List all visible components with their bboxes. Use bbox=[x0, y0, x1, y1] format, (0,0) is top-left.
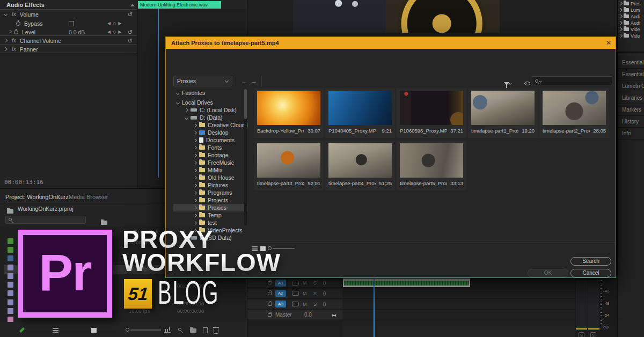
mic-icon[interactable] bbox=[323, 281, 326, 285]
tree-item-footage[interactable]: Footage bbox=[173, 151, 247, 159]
clip-label-color[interactable] bbox=[8, 238, 13, 244]
prev-keyframe-icon[interactable]: ◀ bbox=[107, 30, 111, 34]
tree-item-documents[interactable]: Documents bbox=[173, 136, 247, 144]
tree-item-c-drive[interactable]: C: (Local Disk) bbox=[173, 106, 247, 114]
project-writable-icon[interactable] bbox=[19, 327, 25, 333]
clip-label-color[interactable] bbox=[8, 265, 13, 270]
panel-menu-icon[interactable]: ≡ bbox=[56, 194, 59, 200]
reset-effect-icon[interactable]: ↺ bbox=[128, 38, 133, 43]
mic-icon[interactable] bbox=[323, 302, 326, 306]
tree-item-pictures[interactable]: Pictures bbox=[173, 181, 247, 189]
clip-label-color[interactable] bbox=[8, 317, 13, 322]
master-level-value[interactable]: 0.0 bbox=[304, 312, 312, 318]
new-item-icon[interactable] bbox=[203, 327, 208, 333]
panel-collapse-icon[interactable] bbox=[130, 4, 135, 6]
dialog-title-bar[interactable]: Attach Proxies to timelapse-part5.mp4 ✕ bbox=[166, 37, 616, 49]
audio-track-header-a1[interactable]: A1 M S bbox=[247, 279, 342, 287]
new-bin-icon[interactable] bbox=[190, 328, 196, 333]
tree-item-projects[interactable]: Projects bbox=[173, 196, 247, 204]
tab-libraries[interactable]: Libraries bbox=[618, 92, 644, 104]
file-card[interactable]: timelapse-part3_Proxy_52;01 bbox=[254, 141, 324, 191]
toggle-animation-icon[interactable] bbox=[14, 30, 18, 34]
new-search-bin-icon[interactable] bbox=[101, 221, 107, 225]
mute-button[interactable]: M bbox=[303, 291, 307, 296]
close-icon[interactable]: ✕ bbox=[606, 37, 611, 49]
clip-label-color[interactable] bbox=[8, 255, 13, 261]
chevron-right-icon[interactable] bbox=[4, 47, 8, 51]
audio-track-header-a2[interactable]: A2 M S bbox=[247, 289, 342, 298]
next-keyframe-icon[interactable]: ▶ bbox=[118, 21, 121, 26]
lock-icon[interactable] bbox=[268, 281, 272, 284]
next-keyframe-icon[interactable]: ▶ bbox=[118, 30, 121, 34]
lock-icon[interactable] bbox=[268, 292, 272, 295]
tab-essential-graphics[interactable]: Essential Gr bbox=[618, 57, 644, 69]
search-button[interactable]: Search bbox=[570, 257, 611, 266]
file-card[interactable]: P1040405_Proxy.MP49:21 bbox=[325, 88, 395, 138]
audio-clip-tab[interactable]: Modern Uplifting Electronic.wav bbox=[138, 1, 221, 9]
effects-bin-audio-effects[interactable]: Audi bbox=[619, 13, 644, 19]
solo-button[interactable]: S bbox=[313, 280, 317, 285]
location-dropdown[interactable]: Proxies bbox=[173, 76, 232, 86]
file-card[interactable]: P1060596_Proxy.MP437:21 bbox=[397, 88, 466, 138]
ok-button[interactable]: OK bbox=[528, 269, 568, 277]
effects-bin-lumetri[interactable]: Lum bbox=[619, 7, 644, 13]
effects-bin-video-effects[interactable]: Vide bbox=[619, 26, 644, 32]
effect-controls-playhead[interactable] bbox=[158, 9, 159, 178]
clip-label-color[interactable] bbox=[8, 282, 13, 288]
zoom-slider-handle[interactable] bbox=[126, 328, 129, 332]
cancel-button[interactable]: Cancel bbox=[570, 269, 611, 277]
list-view-icon[interactable] bbox=[53, 328, 58, 333]
effect-controls-timecode[interactable]: 00:00:13:16 bbox=[4, 179, 43, 186]
tree-item-d-drive[interactable]: D: (Data) bbox=[173, 114, 247, 121]
project-file-name[interactable]: WorkingOnKurz.prproj bbox=[18, 206, 74, 212]
timeline-playhead[interactable] bbox=[374, 278, 375, 337]
effects-bin-audio-transitions[interactable]: Audi bbox=[619, 20, 644, 26]
track-target-icon[interactable] bbox=[292, 281, 299, 285]
tab-history[interactable]: History bbox=[618, 116, 644, 128]
clip-label-color[interactable] bbox=[8, 290, 13, 296]
tab-lumetri-color[interactable]: Lumetri Co bbox=[618, 80, 644, 92]
tree-item-old-house[interactable]: Old House bbox=[173, 174, 247, 181]
clip-label-color[interactable] bbox=[8, 273, 13, 279]
project-search-input[interactable] bbox=[5, 216, 86, 224]
find-icon[interactable] bbox=[178, 328, 181, 331]
mute-button[interactable]: M bbox=[303, 280, 307, 285]
solo-left-button[interactable]: S bbox=[579, 332, 584, 337]
add-keyframe-icon[interactable]: ◇ bbox=[113, 21, 116, 26]
file-card[interactable]: timelapse-part4_Proxy_51;25 bbox=[325, 141, 395, 191]
tree-item-freemusic[interactable]: FreeMusic bbox=[173, 159, 247, 166]
tree-item-programs[interactable]: Programs bbox=[173, 189, 247, 196]
tree-scrollbar[interactable] bbox=[244, 89, 247, 225]
tree-item-mimix[interactable]: MiMix bbox=[173, 166, 247, 174]
bypass-checkbox[interactable] bbox=[69, 21, 74, 26]
tree-item-temp[interactable]: Temp bbox=[173, 211, 247, 219]
prev-keyframe-icon[interactable]: ◀ bbox=[107, 21, 111, 26]
add-keyframe-icon[interactable]: ◇ bbox=[113, 30, 116, 34]
solo-right-button[interactable]: S bbox=[590, 332, 596, 337]
mute-button[interactable]: M bbox=[303, 302, 307, 307]
icon-view-icon[interactable] bbox=[91, 328, 97, 333]
tab-media-browser[interactable]: Media Browser bbox=[69, 194, 108, 200]
solo-button[interactable]: S bbox=[313, 291, 317, 296]
lock-icon[interactable] bbox=[268, 313, 272, 317]
tab-markers[interactable]: Markers bbox=[618, 104, 644, 116]
level-value[interactable]: 0.0 dB bbox=[69, 29, 85, 35]
tab-essential-sound[interactable]: Essential So bbox=[618, 69, 644, 80]
tree-item-fonts[interactable]: Fonts bbox=[173, 144, 247, 151]
tree-item-proxies-selected[interactable]: Proxies bbox=[173, 204, 247, 211]
toggle-animation-icon[interactable] bbox=[16, 21, 20, 26]
zoom-slider-track[interactable] bbox=[130, 329, 161, 331]
tree-item-favorites[interactable]: Favorites bbox=[173, 89, 247, 97]
automate-to-sequence-icon[interactable] bbox=[164, 327, 171, 333]
scrollbar-thumb[interactable] bbox=[244, 89, 247, 119]
tree-item-local-drives[interactable]: Local Drives bbox=[173, 99, 247, 106]
audio-track-header-a3[interactable]: A3 M S bbox=[247, 299, 342, 309]
track-target-icon[interactable] bbox=[292, 302, 299, 306]
audio-clip[interactable] bbox=[343, 279, 470, 287]
chevron-right-icon[interactable] bbox=[8, 30, 12, 34]
trash-icon[interactable] bbox=[214, 328, 218, 334]
reset-effect-icon[interactable]: ↺ bbox=[128, 12, 133, 17]
file-card[interactable]: timelapse-part1_Proxy_19;20 bbox=[468, 88, 538, 138]
file-card[interactable]: Backdrop-Yellow_Proxy_30:07 bbox=[254, 88, 324, 138]
track-badge[interactable]: A3 bbox=[275, 301, 286, 307]
